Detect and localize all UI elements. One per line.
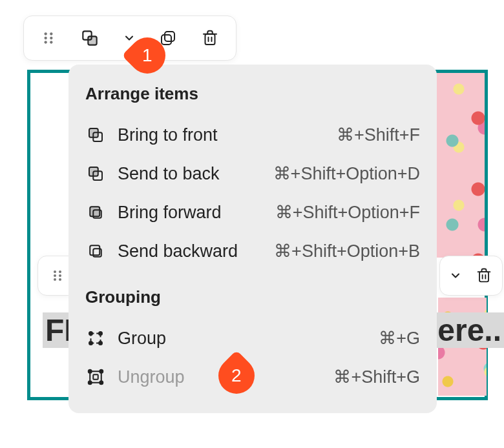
svg-point-4 (45, 41, 47, 43)
section-title-arrange: Arrange items (68, 76, 437, 116)
svg-point-3 (50, 37, 53, 39)
page-text-fragment-right: ere.. (435, 312, 504, 348)
svg-point-36 (100, 381, 103, 384)
svg-point-1 (50, 32, 53, 35)
send-to-back-icon (85, 164, 106, 183)
menu-item-label: Group (118, 329, 166, 349)
menu-item-group[interactable]: Group ⌘+G (68, 319, 437, 358)
svg-rect-22 (90, 207, 100, 216)
svg-point-13 (54, 274, 56, 277)
svg-rect-25 (90, 245, 100, 255)
drag-handle-icon[interactable] (50, 268, 65, 283)
svg-point-11 (54, 270, 56, 273)
send-backward-icon (85, 241, 106, 261)
menu-item-send-to-back[interactable]: Send to back ⌘+Shift+Option+D (68, 154, 437, 193)
menu-item-shortcut: ⌘+Shift+Option+B (274, 241, 420, 261)
arrange-button[interactable] (79, 28, 100, 48)
svg-point-28 (99, 332, 102, 335)
svg-point-14 (59, 274, 61, 277)
svg-rect-8 (165, 32, 174, 41)
callout-number: 1 (142, 45, 152, 66)
menu-item-label: Bring forward (118, 203, 222, 223)
delete-button[interactable] (475, 267, 493, 285)
svg-point-34 (100, 370, 103, 373)
group-icon (85, 329, 106, 348)
menu-item-label: Ungroup (118, 367, 185, 387)
svg-rect-17 (479, 272, 488, 281)
svg-rect-31 (90, 371, 101, 383)
callout-number: 2 (231, 365, 242, 386)
svg-point-0 (45, 32, 47, 35)
bring-to-front-icon (85, 125, 106, 145)
svg-rect-32 (93, 374, 98, 380)
svg-point-15 (54, 278, 56, 281)
svg-point-12 (59, 270, 61, 273)
svg-point-2 (45, 37, 47, 39)
menu-item-shortcut: ⌘+G (379, 328, 420, 349)
menu-item-send-backward[interactable]: Send backward ⌘+Shift+Option+B (68, 232, 437, 270)
arrange-dropdown: Arrange items Bring to front ⌘+Shift+F S… (68, 65, 437, 413)
svg-rect-10 (205, 34, 215, 45)
svg-point-16 (59, 278, 61, 281)
svg-rect-7 (89, 36, 97, 45)
menu-item-shortcut: ⌘+Shift+G (333, 367, 420, 387)
svg-point-5 (50, 41, 53, 43)
svg-point-29 (89, 341, 92, 345)
svg-point-35 (89, 381, 92, 384)
menu-item-label: Send to back (118, 164, 220, 184)
chevron-down-icon[interactable] (449, 269, 462, 282)
menu-item-bring-to-front[interactable]: Bring to front ⌘+Shift+F (68, 116, 437, 154)
delete-button[interactable] (200, 28, 220, 48)
ungroup-icon (85, 367, 106, 387)
svg-rect-21 (89, 167, 98, 176)
menu-item-label: Send backward (118, 241, 238, 261)
menu-item-label: Bring to front (118, 125, 218, 145)
menu-item-shortcut: ⌘+Shift+F (337, 125, 420, 145)
svg-point-30 (99, 341, 102, 345)
secondary-toolbar-right (439, 256, 503, 296)
svg-rect-9 (162, 35, 171, 45)
svg-point-27 (89, 332, 92, 335)
menu-item-shortcut: ⌘+Shift+Option+F (275, 202, 420, 223)
menu-item-shortcut: ⌘+Shift+Option+D (273, 163, 420, 184)
drag-handle-icon[interactable] (40, 30, 57, 46)
bring-forward-icon (85, 203, 106, 222)
menu-item-bring-forward[interactable]: Bring forward ⌘+Shift+Option+F (68, 193, 437, 232)
svg-point-33 (89, 370, 92, 373)
section-title-grouping: Grouping (68, 270, 437, 319)
